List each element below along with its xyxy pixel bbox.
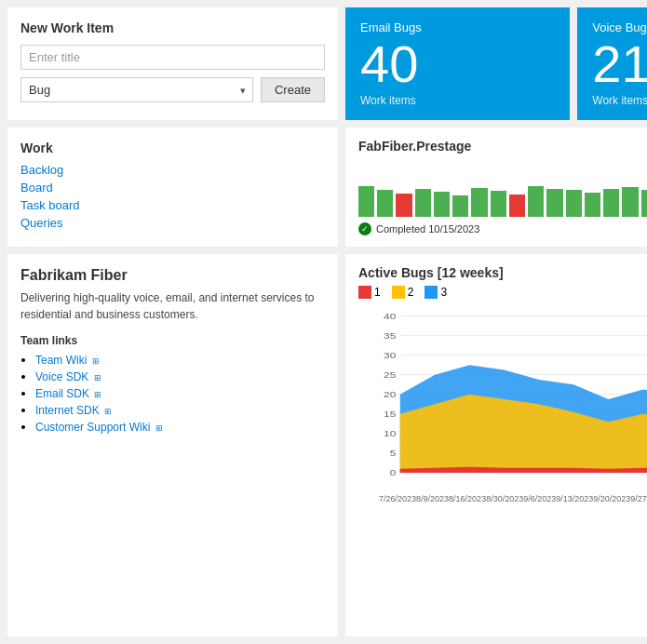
bar [358,186,374,217]
team-wiki-link[interactable]: Team Wiki ⊞ [35,354,100,367]
x-axis-labels: 7/26/2023 8/9/2023 8/16/2023 8/30/2023 9… [358,494,647,503]
bar [396,194,411,217]
voice-bugs-subtitle: Work items [592,94,647,107]
voice-bugs-title: Voice Bugs [592,20,647,34]
fabfiber-bar-chart [358,161,647,217]
list-item: Voice SDK ⊞ [35,369,325,383]
fabfiber-chart-title: FabFiber.Prestage [358,139,647,154]
legend-color-3 [425,286,438,299]
email-bugs-title: Email Bugs [360,20,555,34]
taskboard-link[interactable]: Task board [20,198,325,212]
about-description: Delivering high-quality voice, email, an… [20,289,325,323]
active-bugs-panel: Active Bugs [12 weeks] 1 2 3 [345,254,647,637]
bar [434,192,450,217]
board-link[interactable]: Board [20,181,325,195]
legend-color-1 [358,286,371,299]
email-bugs-subtitle: Work items [360,94,555,107]
internet-sdk-link[interactable]: Internet SDK ⊞ [35,404,112,417]
legend-label-3: 3 [440,286,447,299]
bar [603,189,619,217]
about-title: Fabrikam Fiber [20,267,325,284]
about-panel: Fabrikam Fiber Delivering high-quality v… [7,254,338,637]
bar [471,188,487,217]
completed-row: ✓ Completed 10/15/2023 [358,222,647,235]
bar [566,190,582,217]
bar [546,189,562,217]
email-bugs-tile[interactable]: Email Bugs 40 Work items [345,7,570,120]
bar [641,190,647,217]
check-icon: ✓ [358,222,371,235]
bar [585,193,600,217]
legend-color-2 [392,286,405,299]
active-bugs-title: Active Bugs [12 weeks] [358,265,647,280]
area-chart: 0 5 10 15 20 25 30 35 40 [358,306,647,492]
svg-text:15: 15 [384,410,397,419]
voice-bugs-tile[interactable]: Voice Bugs 21 Work items [577,7,647,120]
fabfiber-chart-panel: FabFiber.Prestage ✓ Completed 10/15/2023 [345,127,647,247]
new-work-item-title: New Work Item [20,20,325,35]
stat-tiles-container: Email Bugs 40 Work items Voice Bugs 21 W… [345,7,647,120]
voice-sdk-link[interactable]: Voice SDK ⊞ [35,370,101,383]
list-item: Customer Support Wiki ⊞ [35,420,325,434]
email-bugs-count: 40 [360,38,555,90]
new-work-item-panel: New Work Item Bug Task User Story Featur… [7,7,338,120]
external-icon: ⊞ [155,423,163,433]
work-links-title: Work [20,141,325,155]
svg-text:5: 5 [390,449,397,458]
list-item: Team Wiki ⊞ [35,353,325,367]
list-item: Internet SDK ⊞ [35,403,325,417]
work-item-title-input[interactable] [20,45,325,70]
svg-text:35: 35 [384,331,397,340]
svg-text:30: 30 [384,351,397,359]
area-chart-svg: 0 5 10 15 20 25 30 35 40 [358,306,647,492]
external-icon: ⊞ [92,356,100,366]
bar [622,187,638,217]
legend-item-2: 2 [392,286,414,299]
list-item: Email SDK ⊞ [35,386,325,400]
svg-text:0: 0 [390,469,397,477]
work-type-select[interactable]: Bug Task User Story Feature Epic [20,77,253,102]
create-button[interactable]: Create [261,77,325,102]
bar [415,189,431,217]
backlog-link[interactable]: Backlog [20,163,325,177]
email-sdk-link[interactable]: Email SDK ⊞ [35,387,101,400]
completed-text: Completed 10/15/2023 [376,223,479,235]
work-links-panel: Work Backlog Board Task board Queries [7,127,338,247]
bar [509,195,525,217]
customer-support-wiki-link[interactable]: Customer Support Wiki ⊞ [35,421,163,434]
svg-text:40: 40 [384,312,397,320]
queries-link[interactable]: Queries [20,216,325,230]
legend-item-3: 3 [425,286,447,299]
bar [491,191,506,217]
voice-bugs-count: 21 [592,38,647,90]
legend-item-1: 1 [358,286,381,299]
bar [528,186,544,217]
legend-label-1: 1 [374,286,381,299]
external-icon: ⊞ [104,407,112,416]
bar [452,195,468,217]
team-links-list: Team Wiki ⊞ Voice SDK ⊞ Email SDK ⊞ Inte… [20,353,325,434]
chart-legend: 1 2 3 [358,286,647,299]
legend-label-2: 2 [408,286,414,299]
svg-text:25: 25 [384,371,397,380]
bar [377,190,393,217]
external-icon: ⊞ [94,390,101,399]
svg-text:10: 10 [384,430,397,438]
team-links-heading: Team links [20,334,325,347]
svg-text:20: 20 [384,391,397,399]
external-icon: ⊞ [94,373,101,382]
